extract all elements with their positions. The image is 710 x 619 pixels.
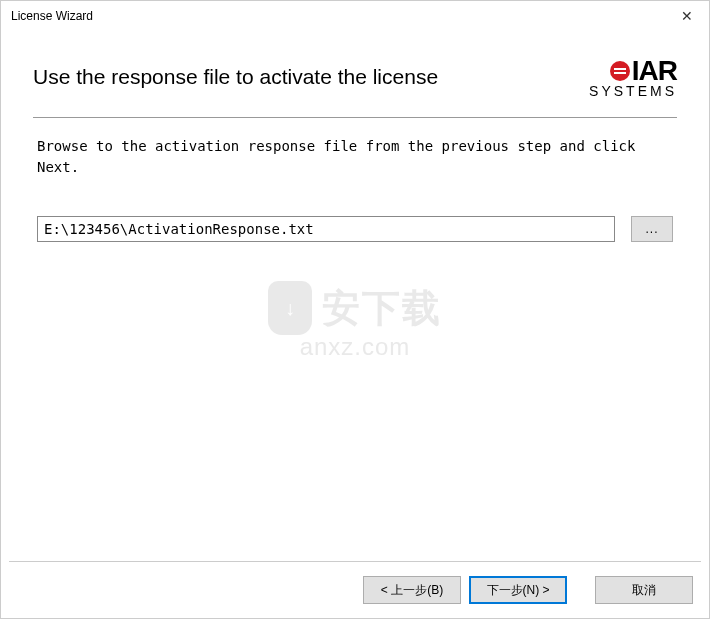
- header-separator: [33, 117, 677, 118]
- titlebar: License Wizard ✕: [1, 1, 709, 31]
- close-icon[interactable]: ✕: [673, 4, 701, 28]
- logo-circle-icon: [610, 61, 630, 81]
- watermark-text: 安下载: [322, 283, 442, 334]
- file-input-row: ...: [33, 216, 677, 242]
- logo-text-iar: IAR: [632, 57, 677, 85]
- cancel-button[interactable]: 取消: [595, 576, 693, 604]
- window-title: License Wizard: [11, 9, 93, 23]
- content-area: Use the response file to activate the li…: [1, 31, 709, 242]
- watermark: 安下载 anxz.com: [268, 281, 442, 361]
- instruction-text: Browse to the activation response file f…: [33, 136, 677, 178]
- next-button[interactable]: 下一步(N) >: [469, 576, 567, 604]
- wizard-button-row: < 上一步(B) 下一步(N) > 取消: [363, 576, 693, 604]
- browse-button[interactable]: ...: [631, 216, 673, 242]
- response-file-path-input[interactable]: [37, 216, 615, 242]
- logo-text-systems: SYSTEMS: [587, 83, 677, 99]
- shield-icon: [268, 281, 312, 335]
- page-heading: Use the response file to activate the li…: [33, 65, 438, 89]
- back-button[interactable]: < 上一步(B): [363, 576, 461, 604]
- watermark-row: 安下载: [268, 281, 442, 335]
- logo-top: IAR: [587, 57, 677, 85]
- header-row: Use the response file to activate the li…: [33, 57, 677, 99]
- iar-logo: IAR SYSTEMS: [587, 57, 677, 99]
- footer-separator: [9, 561, 701, 562]
- watermark-url: anxz.com: [300, 333, 411, 361]
